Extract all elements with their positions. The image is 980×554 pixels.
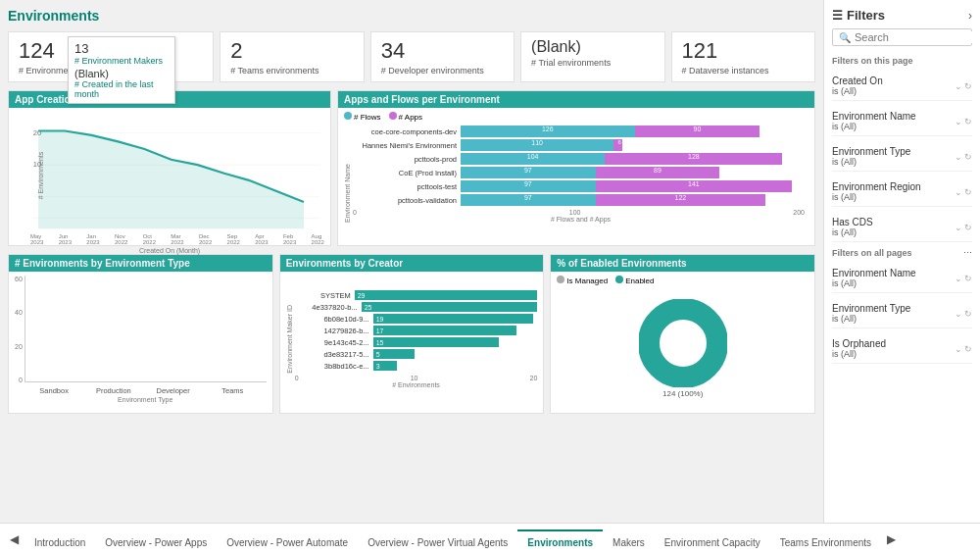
kpi-label-developer: # Developer environments: [381, 66, 504, 76]
kpi-number-developer: 34: [381, 38, 504, 64]
env-by-creator-title: Environments by Creator: [280, 255, 544, 272]
tab-next-button[interactable]: ▶: [881, 532, 902, 546]
vbar-y-ticks: 60 40 20 0: [15, 276, 24, 403]
env-by-type-card: # Environments by Environment Type 60 40…: [8, 254, 273, 414]
filter-chevron-env-region[interactable]: ⌄: [955, 187, 962, 197]
vbar-area-container: Sandbox Production Developer Teams Envir…: [24, 276, 267, 403]
kpi-label-trial: # Trial environments: [531, 58, 654, 68]
svg-point-7: [649, 309, 717, 378]
line-chart-container: # Environments 20 10: [15, 112, 324, 239]
kpi-teams: 2 # Teams environments: [220, 31, 364, 82]
line-chart-y-label: # Environments: [37, 152, 44, 200]
filter-search-box[interactable]: 🔍: [832, 28, 972, 46]
tab-teams-environments[interactable]: Teams Environments: [770, 529, 881, 554]
apps-flows-chart-inner: Environment Name coe-core-components-dev…: [344, 126, 808, 223]
vbar-label-developer: Developer: [147, 386, 199, 395]
line-chart-x-label: Created On (Month): [15, 247, 324, 254]
vbar-x-label: Environment Type: [24, 396, 267, 403]
filters-header: ☰ Filters ›: [832, 8, 972, 23]
filter-reset-all-env-name[interactable]: ↻: [964, 274, 972, 283]
hbar-row-2: Hannes Niemi's Environment 110 6: [353, 139, 808, 151]
enabled-legend-dot: [615, 276, 623, 283]
filter-has-cds: Has CDS is (All) ⌄ ↻: [832, 213, 972, 242]
filter-reset-all-env-type[interactable]: ↻: [964, 309, 972, 319]
filter-reset-env-type[interactable]: ↻: [964, 152, 972, 162]
filter-reset-is-orphaned[interactable]: ↻: [964, 344, 972, 354]
env-by-creator-card: Environments by Creator Environment Make…: [279, 254, 545, 414]
filter-chevron-is-orphaned[interactable]: ⌄: [955, 344, 962, 354]
tab-power-apps[interactable]: Overview - Power Apps: [95, 529, 217, 554]
filter-env-type: Environment Type is (All) ⌄ ↻: [832, 142, 972, 172]
all-pages-more-button[interactable]: ⋯: [963, 248, 972, 258]
filter-search-input[interactable]: [855, 31, 980, 43]
creator-y-label: Environment Maker ID: [286, 305, 293, 374]
filter-reset-env-name[interactable]: ↻: [964, 117, 972, 126]
tab-environments[interactable]: Environments: [517, 529, 603, 554]
page-title: Environments: [8, 8, 815, 24]
creator-row-4: 9e143c45-2... 15: [295, 337, 538, 347]
filter-reset-env-region[interactable]: ↻: [964, 187, 972, 197]
bottom-charts-row: # Environments by Environment Type 60 40…: [8, 254, 815, 414]
creator-x-label: # Environments: [295, 381, 538, 388]
app-creation-trend-card: App Creation Trend # Environments 20 10: [8, 90, 331, 246]
vbar-x-labels: Sandbox Production Developer Teams: [24, 382, 267, 395]
creator-row-system: SYSTEM 29: [295, 290, 538, 300]
filter-all-env-type: Environment Type is (All) ⌄ ↻: [832, 299, 972, 328]
apps-flows-title: Apps and Flows per Environment: [338, 91, 814, 108]
filters-panel: ☰ Filters › 🔍 Filters on this page Creat…: [823, 0, 980, 523]
apps-flows-y-label: Environment Name: [344, 126, 351, 223]
managed-legend-dot: [557, 276, 564, 283]
hbar-x-axis: 0 100 200: [353, 209, 808, 216]
hbar-x-label: # Flows and # Apps: [353, 216, 808, 223]
tab-introduction[interactable]: Introduction: [24, 529, 95, 554]
tab-power-virtual-agents[interactable]: Overview - Power Virtual Agents: [358, 529, 517, 554]
hbar-row-4: CoE (Prod Install) 97 89: [353, 167, 808, 178]
apps-legend-dot: [389, 112, 397, 120]
filter-chevron-env-type[interactable]: ⌄: [955, 152, 962, 162]
kpi-label-teams: # Teams environments: [230, 66, 353, 76]
filter-chevron-has-cds[interactable]: ⌄: [955, 223, 962, 232]
all-pages-filters-header: Filters on all pages ⋯: [832, 248, 972, 258]
filter-chevron-all-env-type[interactable]: ⌄: [955, 309, 962, 319]
tab-makers[interactable]: Makers: [603, 529, 655, 554]
creator-x-ticks: 0 10 20: [295, 375, 538, 381]
tab-bar: ◀ Introduction Overview - Power Apps Ove…: [0, 523, 980, 554]
search-icon: 🔍: [839, 32, 851, 43]
apps-flows-card: Apps and Flows per Environment # Flows #…: [337, 90, 815, 246]
charts-middle-row: App Creation Trend # Environments 20 10: [8, 90, 815, 246]
filter-chevron-created-on[interactable]: ⌄: [955, 81, 962, 91]
vbar-label-sandbox: Sandbox: [28, 386, 80, 395]
hbar-row-6: pcttools-validation 97 122: [353, 194, 808, 206]
kpi-number-teams: 2: [230, 38, 353, 64]
filter-reset-created-on[interactable]: ↻: [964, 81, 972, 91]
filter-icon: ☰: [832, 9, 843, 23]
filter-reset-has-cds[interactable]: ↻: [964, 223, 972, 232]
kpi-number-trial: (Blank): [531, 38, 654, 56]
filter-chevron-env-name[interactable]: ⌄: [955, 117, 962, 126]
filters-collapse-button[interactable]: ›: [968, 9, 972, 23]
filter-all-env-name: Environment Name is (All) ⌄ ↻: [832, 264, 972, 293]
tab-power-automate[interactable]: Overview - Power Automate: [217, 529, 358, 554]
filter-is-orphaned: Is Orphaned is (All) ⌄ ↻: [832, 334, 972, 364]
flows-legend-dot: [344, 112, 352, 120]
kpi-environments: 124 # Environments 13 # Environment Make…: [8, 31, 214, 82]
pct-enabled-title: % of Enabled Environments: [551, 255, 814, 272]
donut-svg: [639, 299, 727, 387]
filter-env-region: Environment Region is (All) ⌄ ↻: [832, 177, 972, 207]
donut-area: 124 (100%): [557, 289, 808, 407]
tab-prev-button[interactable]: ◀: [4, 532, 24, 546]
line-chart-svg: 20 10: [28, 112, 324, 239]
pct-enabled-card: % of Enabled Environments Is Managed Ena…: [550, 254, 815, 414]
creator-row-3: 14279826-b... 17: [295, 326, 538, 335]
kpi-tooltip: 13 # Environment Makers (Blank) # Create…: [68, 36, 175, 104]
vbar-label-teams: Teams: [207, 386, 259, 395]
dashboard: Environments 124 # Environments 13 # Env…: [0, 0, 823, 523]
tab-env-capacity[interactable]: Environment Capacity: [655, 529, 770, 554]
env-by-creator-inner: Environment Maker ID SYSTEM 29 4e337820-…: [286, 276, 538, 403]
filter-created-on: Created On is (All) ⌄ ↻: [832, 72, 972, 101]
creator-row-1: 4e337820-b... 25: [295, 302, 538, 312]
kpi-number-dataverse: 121: [682, 38, 805, 64]
donut-label: 124 (100%): [662, 389, 703, 398]
apps-flows-legend: # Flows # Apps: [344, 112, 808, 122]
filter-chevron-all-env-name[interactable]: ⌄: [955, 274, 962, 283]
